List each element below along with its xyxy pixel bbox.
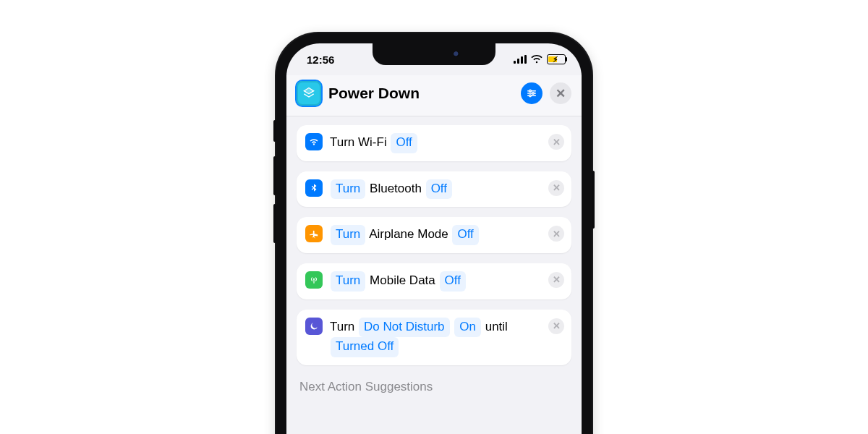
svg-point-3 bbox=[529, 90, 532, 92]
action-card[interactable]: Turn Bluetooth Off ✕ bbox=[297, 171, 571, 208]
action-text: Turn Wi-Fi Off bbox=[330, 133, 563, 153]
close-icon: ✕ bbox=[553, 320, 561, 331]
action-text: Turn Do Not Disturb On until Turned Off bbox=[330, 318, 563, 357]
action-text: Turn Bluetooth Off bbox=[330, 179, 563, 200]
action-card[interactable]: Turn Airplane Mode Off ✕ bbox=[297, 217, 571, 253]
action-token[interactable]: Turn bbox=[331, 225, 365, 245]
action-text: Turn Mobile Data Off bbox=[330, 271, 563, 292]
action-token[interactable]: Do Not Disturb bbox=[359, 318, 449, 338]
shortcut-title[interactable]: Power Down bbox=[328, 85, 514, 102]
remove-action-button[interactable]: ✕ bbox=[548, 272, 564, 288]
wifi-status-icon bbox=[531, 55, 542, 64]
svg-point-5 bbox=[529, 95, 532, 97]
close-icon: ✕ bbox=[553, 137, 561, 148]
airplane-icon bbox=[305, 225, 323, 242]
bluetooth-icon bbox=[305, 179, 323, 197]
action-token[interactable]: Turn bbox=[331, 271, 365, 292]
iphone-frame: 12:56 ⚡︎ Power Down bbox=[276, 33, 592, 434]
notch bbox=[373, 43, 495, 65]
action-plain: until bbox=[485, 320, 508, 333]
action-list: Turn Wi-Fi Off ✕Turn Bluetooth Off ✕Turn… bbox=[286, 116, 582, 407]
antenna-icon bbox=[305, 271, 323, 289]
close-button[interactable]: ✕ bbox=[550, 82, 571, 104]
action-plain: Turn Wi-Fi bbox=[330, 135, 387, 149]
volume-down-button bbox=[273, 204, 276, 243]
action-plain: Airplane Mode bbox=[369, 227, 448, 241]
action-token[interactable]: Turned Off bbox=[331, 337, 399, 357]
suggestions-heading: Next Action Suggestions bbox=[297, 375, 571, 394]
cellular-signal-icon bbox=[514, 55, 527, 64]
volume-up-button bbox=[273, 156, 276, 195]
action-text: Turn Airplane Mode Off bbox=[330, 225, 563, 245]
close-icon: ✕ bbox=[556, 88, 566, 100]
action-token[interactable]: Off bbox=[426, 179, 452, 200]
status-time: 12:56 bbox=[307, 54, 334, 66]
action-token[interactable]: Turn bbox=[331, 179, 365, 200]
shortcut-app-icon[interactable] bbox=[297, 81, 321, 106]
action-plain: Turn bbox=[330, 320, 354, 333]
ringer-switch bbox=[273, 120, 276, 142]
settings-button[interactable] bbox=[521, 82, 542, 104]
close-icon: ✕ bbox=[553, 274, 561, 285]
close-icon: ✕ bbox=[553, 229, 561, 239]
remove-action-button[interactable]: ✕ bbox=[548, 318, 564, 334]
action-card[interactable]: Turn Wi-Fi Off ✕ bbox=[297, 125, 571, 161]
action-card[interactable]: Turn Do Not Disturb On until Turned Off … bbox=[297, 310, 571, 365]
svg-point-4 bbox=[532, 93, 535, 95]
close-icon: ✕ bbox=[553, 182, 561, 193]
action-token[interactable]: Off bbox=[452, 225, 478, 245]
remove-action-button[interactable]: ✕ bbox=[548, 134, 564, 150]
screen: 12:56 ⚡︎ Power Down bbox=[286, 43, 582, 434]
shortcut-header: Power Down ✕ bbox=[286, 75, 582, 116]
moon-icon bbox=[305, 318, 323, 335]
remove-action-button[interactable]: ✕ bbox=[548, 180, 564, 196]
action-plain: Mobile Data bbox=[370, 273, 435, 287]
action-plain: Bluetooth bbox=[370, 182, 422, 195]
power-button bbox=[592, 171, 595, 229]
action-card[interactable]: Turn Mobile Data Off ✕ bbox=[297, 263, 571, 299]
battery-charging-icon: ⚡︎ bbox=[547, 54, 566, 64]
action-token[interactable]: Off bbox=[391, 133, 417, 153]
action-token[interactable]: Off bbox=[440, 271, 466, 292]
wifi-icon bbox=[305, 133, 323, 150]
action-token[interactable]: On bbox=[454, 318, 481, 338]
